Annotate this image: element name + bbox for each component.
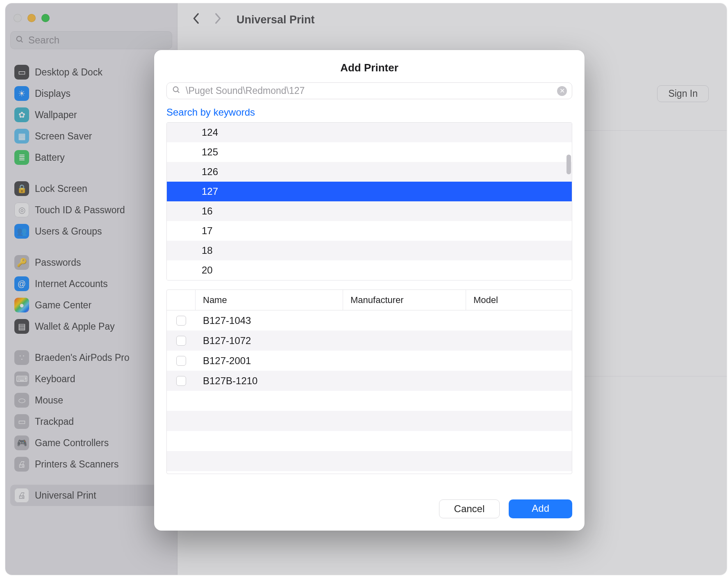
cancel-button[interactable]: Cancel: [439, 499, 500, 518]
dialog-footer: Cancel Add: [154, 490, 585, 531]
location-row[interactable]: 17: [167, 221, 572, 241]
add-printer-dialog: Add Printer \Puget Sound\Redmond\127 ✕ S…: [154, 50, 585, 531]
location-row[interactable]: 126: [167, 162, 572, 182]
model-column-header[interactable]: Model: [466, 290, 572, 310]
location-row[interactable]: 125: [167, 142, 572, 162]
printer-checkbox-cell: [167, 376, 196, 386]
search-icon: [172, 85, 181, 96]
location-row[interactable]: 127: [167, 182, 572, 201]
system-settings-window: Search ▭Desktop & Dock☀Displays✿Wallpape…: [5, 3, 727, 575]
printer-row: [167, 411, 572, 431]
printer-row[interactable]: B127-1072: [167, 331, 572, 351]
printer-row[interactable]: B127-1043: [167, 310, 572, 331]
location-row[interactable]: 20: [167, 260, 572, 280]
location-row[interactable]: 124: [167, 123, 572, 142]
search-by-keywords-link[interactable]: Search by keywords: [154, 99, 585, 122]
location-search-field[interactable]: \Puget Sound\Redmond\127 ✕: [166, 82, 572, 99]
printer-name-cell: B127-1043: [196, 315, 343, 326]
clear-search-button[interactable]: ✕: [557, 86, 567, 96]
printer-name-cell: B127B-1210: [196, 375, 343, 387]
printer-row: [167, 431, 572, 451]
svg-line-3: [177, 91, 179, 93]
printer-checkbox-cell: [167, 316, 196, 326]
printer-name-cell: B127-1072: [196, 335, 343, 346]
printer-row[interactable]: B127B-1210: [167, 371, 572, 391]
printer-rows: B127-1043B127-1072B127-2001B127B-1210: [167, 310, 572, 474]
printer-checkbox-cell: [167, 356, 196, 366]
location-row[interactable]: 18: [167, 241, 572, 260]
printer-table: Name Manufacturer Model B127-1043B127-10…: [166, 290, 572, 474]
name-column-header[interactable]: Name: [196, 290, 343, 310]
checkbox-column-header[interactable]: [167, 290, 196, 310]
add-button[interactable]: Add: [509, 499, 572, 518]
printer-checkbox-cell: [167, 336, 196, 346]
printer-row[interactable]: B127-2001: [167, 351, 572, 371]
printer-name-cell: B127-2001: [196, 355, 343, 367]
printer-checkbox[interactable]: [176, 356, 186, 366]
printer-row: [167, 391, 572, 411]
manufacturer-column-header[interactable]: Manufacturer: [343, 290, 466, 310]
printer-table-header: Name Manufacturer Model: [167, 290, 572, 310]
printer-checkbox[interactable]: [176, 336, 186, 346]
location-scrollbar-thumb[interactable]: [566, 155, 571, 174]
printer-row: [167, 451, 572, 471]
location-list[interactable]: 12412512612716171820: [166, 122, 572, 280]
svg-point-2: [173, 87, 178, 92]
location-row[interactable]: 16: [167, 201, 572, 221]
location-search-value: \Puget Sound\Redmond\127: [186, 85, 552, 96]
printer-checkbox[interactable]: [176, 376, 186, 386]
dialog-title: Add Printer: [154, 50, 585, 82]
printer-checkbox[interactable]: [176, 316, 186, 326]
